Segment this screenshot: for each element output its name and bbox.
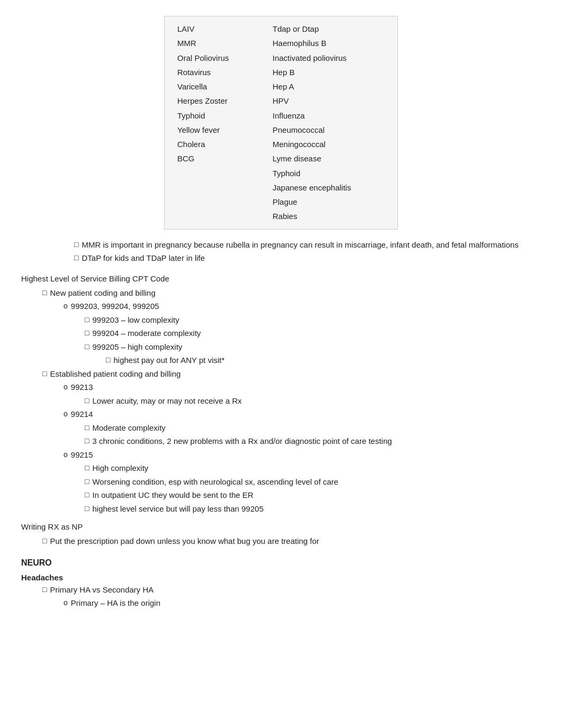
vaccine-table-section: LAIVMMROral PoliovirusRotavirusVaricella… [21, 16, 541, 230]
code-99215-note1-item: □ High complexity [85, 462, 541, 475]
primary-secondary-label: Primary HA vs Secondary HA [50, 584, 541, 596]
bullet-icon: □ [74, 252, 78, 263]
mmr-note-text: MMR is important in pregnancy because ru… [81, 239, 541, 251]
established-patient-label: Established patient coding and billing [50, 368, 541, 380]
code-99215-note4-item: □ highest level service but will pay les… [85, 503, 541, 515]
code-999205-item: □ 999205 – high complexity [85, 341, 541, 353]
live-vaccine-item: Typhoid [175, 108, 270, 123]
live-vaccine-item: Herpes Zoster [175, 94, 270, 108]
bullet-icon: □ [85, 341, 89, 352]
inactivated-vaccine-item: HPV [270, 94, 387, 108]
inactivated-vaccine-item: Hep A [270, 79, 387, 94]
code-99213-text: 99213 [71, 381, 541, 394]
live-vaccines-col: LAIVMMROral PoliovirusRotavirusVaricella… [175, 22, 270, 224]
inactivated-vaccine-item: Japanese encephalitis [270, 180, 387, 195]
headaches-heading: Headaches [21, 573, 541, 582]
inactivated-vaccine-item: Haemophilus B [270, 36, 387, 50]
code-99214-note2-item: □ 3 chronic conditions, 2 new problems w… [85, 435, 541, 448]
inactivated-vaccine-item: Meningococcal [270, 137, 387, 151]
code-99214-note1: Moderate complexity [92, 422, 541, 434]
inactivated-vaccine-item: Influenza [270, 108, 387, 123]
bullet-icon: □ [85, 489, 89, 501]
o-marker: o [64, 449, 68, 460]
inactivated-vaccine-item: Inactivated poliovirus [270, 51, 387, 65]
new-patient-item: □ New patient coding and billing [42, 287, 541, 299]
inactivated-vaccines-col: Tdap or DtapHaemophilus BInactivated pol… [270, 22, 387, 224]
vaccine-notes: □ MMR is important in pregnancy because … [53, 239, 541, 265]
new-patient-label: New patient coding and billing [50, 287, 541, 299]
bullet-icon: □ [74, 239, 78, 250]
code-99215-item: o 99215 [64, 449, 541, 461]
live-vaccine-item: Oral Poliovirus [175, 51, 270, 65]
code-99214-text: 99214 [71, 408, 541, 421]
o-marker: o [64, 408, 68, 420]
vaccine-table: LAIVMMROral PoliovirusRotavirusVaricella… [164, 16, 398, 230]
bullet-icon: □ [42, 368, 47, 379]
live-vaccine-item: Cholera [175, 137, 270, 151]
mmr-note-item: □ MMR is important in pregnancy because … [74, 239, 541, 251]
established-patient-item: □ Established patient coding and billing [42, 368, 541, 380]
bullet-icon: □ [42, 584, 47, 595]
o-marker: o [64, 381, 68, 393]
code-999203-item: □ 999203 – low complexity [85, 314, 541, 326]
primary-ha-text: Primary – HA is the origin [71, 597, 541, 609]
code-99213-note-item: □ Lower acuity, may or may not receive a… [85, 395, 541, 407]
bullet-icon: □ [85, 503, 89, 514]
inactivated-vaccine-item: Pneumococcal [270, 123, 387, 137]
bullet-icon: □ [85, 462, 89, 474]
bullet-icon: □ [85, 476, 89, 487]
bullet-icon: □ [85, 327, 89, 339]
code-99215-note3-item: □ In outpatient UC they would be sent to… [85, 489, 541, 502]
code-99215-text: 99215 [71, 449, 541, 461]
inactivated-vaccine-item: Tdap or Dtap [270, 22, 387, 36]
code-99214-note1-item: □ Moderate complexity [85, 422, 541, 434]
primary-secondary-item: □ Primary HA vs Secondary HA [42, 584, 541, 596]
code-99215-note1: High complexity [92, 462, 541, 475]
live-vaccine-item: Rotavirus [175, 65, 270, 79]
code-99213-note: Lower acuity, may or may not receive a R… [92, 395, 541, 407]
code-99215-note2: Worsening condition, esp with neurologic… [92, 476, 541, 488]
code-99213-item: o 99213 [64, 381, 541, 394]
code-999205-text: 999205 – high complexity [92, 341, 541, 353]
live-vaccine-item: MMR [175, 36, 270, 50]
code-999204-item: □ 999204 – moderate complexity [85, 327, 541, 340]
new-patient-codes-item: o 999203, 999204, 999205 [64, 301, 541, 313]
live-vaccine-item: Varicella [175, 79, 270, 94]
bullet-icon: □ [85, 395, 89, 406]
neuro-heading: NEURO [21, 558, 541, 568]
o-marker: o [64, 301, 68, 312]
inactivated-vaccine-item: Hep B [270, 65, 387, 79]
code-999204-text: 999204 – moderate complexity [92, 327, 541, 340]
live-vaccine-item: LAIV [175, 22, 270, 36]
bullet-icon: □ [85, 314, 89, 325]
code-99215-note2-item: □ Worsening condition, esp with neurolog… [85, 476, 541, 488]
dtap-note-text: DTaP for kids and TDaP later in life [81, 252, 541, 265]
highest-pay-text: highest pay out for ANY pt visit* [113, 354, 541, 367]
writing-rx-heading: Writing RX as NP [21, 522, 541, 531]
writing-rx-note-text: Put the prescription pad down unless you… [50, 535, 541, 548]
inactivated-vaccine-item: Plague [270, 195, 387, 209]
highest-pay-item: □ highest pay out for ANY pt visit* [106, 354, 541, 367]
code-99215-note3: In outpatient UC they would be sent to t… [92, 489, 541, 502]
bullet-icon: □ [85, 435, 89, 447]
primary-ha-item: o Primary – HA is the origin [64, 597, 541, 609]
code-99214-note2: 3 chronic conditions, 2 new problems wit… [92, 435, 541, 448]
bullet-icon: □ [42, 535, 47, 547]
dtap-note-item: □ DTaP for kids and TDaP later in life [74, 252, 541, 265]
bullet-icon: □ [42, 287, 47, 298]
bullet-icon: □ [106, 354, 110, 366]
inactivated-vaccine-item: Typhoid [270, 166, 387, 180]
code-99214-item: o 99214 [64, 408, 541, 421]
new-patient-codes: 999203, 999204, 999205 [71, 301, 541, 313]
live-vaccine-item: BCG [175, 151, 270, 166]
writing-rx-note-item: □ Put the prescription pad down unless y… [42, 535, 541, 548]
billing-heading: Highest Level of Service Billing CPT Cod… [21, 274, 541, 283]
code-99215-note4: highest level service but will pay less … [92, 503, 541, 515]
live-vaccine-item: Yellow fever [175, 123, 270, 137]
code-999203-text: 999203 – low complexity [92, 314, 541, 326]
bullet-icon: □ [85, 422, 89, 433]
o-marker: o [64, 597, 68, 608]
inactivated-vaccine-item: Rabies [270, 209, 387, 223]
inactivated-vaccine-item: Lyme disease [270, 151, 387, 166]
